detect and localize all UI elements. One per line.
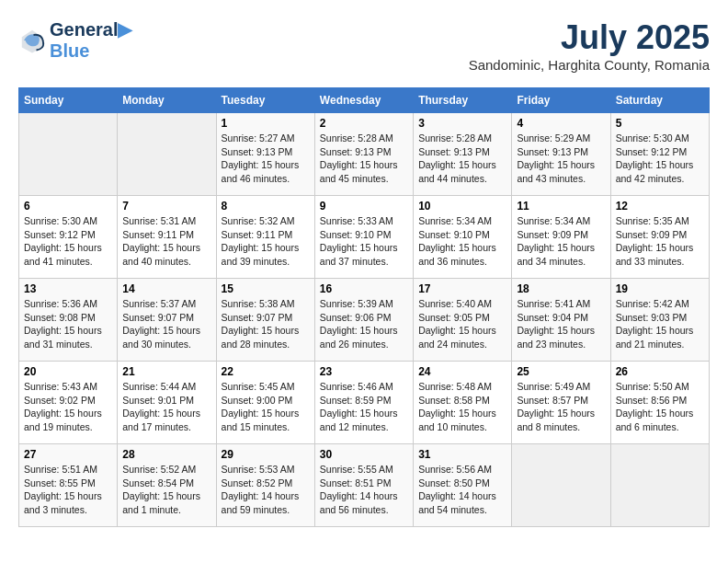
calendar-cell: 26Sunrise: 5:50 AM Sunset: 8:56 PM Dayli… bbox=[610, 362, 709, 444]
calendar-cell: 5Sunrise: 5:30 AM Sunset: 9:12 PM Daylig… bbox=[610, 113, 709, 196]
day-number: 10 bbox=[418, 200, 506, 213]
day-info: Sunrise: 5:34 AM Sunset: 9:10 PM Dayligh… bbox=[418, 214, 506, 269]
header-monday: Monday bbox=[118, 88, 216, 113]
logo-text: General▶ Blue bbox=[50, 18, 131, 62]
subtitle: Sandominic, Harghita County, Romania bbox=[469, 57, 710, 73]
header-sunday: Sunday bbox=[19, 88, 118, 113]
day-info: Sunrise: 5:28 AM Sunset: 9:13 PM Dayligh… bbox=[320, 132, 408, 186]
header-thursday: Thursday bbox=[414, 88, 512, 113]
day-info: Sunrise: 5:53 AM Sunset: 8:52 PM Dayligh… bbox=[222, 463, 310, 517]
day-number: 12 bbox=[616, 200, 704, 213]
day-info: Sunrise: 5:34 AM Sunset: 9:09 PM Dayligh… bbox=[517, 214, 605, 269]
calendar-cell: 16Sunrise: 5:39 AM Sunset: 9:06 PM Dayli… bbox=[314, 279, 413, 362]
calendar-cell: 27Sunrise: 5:51 AM Sunset: 8:55 PM Dayli… bbox=[19, 444, 118, 527]
calendar-cell: 3Sunrise: 5:28 AM Sunset: 9:13 PM Daylig… bbox=[414, 113, 512, 196]
day-info: Sunrise: 5:29 AM Sunset: 9:13 PM Dayligh… bbox=[517, 132, 605, 186]
calendar-cell: 24Sunrise: 5:48 AM Sunset: 8:58 PM Dayli… bbox=[414, 362, 512, 444]
day-number: 2 bbox=[320, 117, 408, 130]
day-number: 8 bbox=[222, 200, 310, 213]
calendar-cell bbox=[610, 444, 709, 527]
header-tuesday: Tuesday bbox=[216, 88, 314, 113]
day-number: 19 bbox=[616, 282, 704, 295]
day-number: 13 bbox=[24, 282, 112, 295]
day-number: 20 bbox=[24, 365, 112, 378]
day-number: 24 bbox=[418, 365, 506, 378]
calendar-cell: 10Sunrise: 5:34 AM Sunset: 9:10 PM Dayli… bbox=[414, 196, 512, 279]
day-info: Sunrise: 5:46 AM Sunset: 8:59 PM Dayligh… bbox=[320, 380, 408, 434]
day-info: Sunrise: 5:43 AM Sunset: 9:02 PM Dayligh… bbox=[24, 380, 112, 434]
calendar-cell: 28Sunrise: 5:52 AM Sunset: 8:54 PM Dayli… bbox=[118, 444, 216, 527]
header-saturday: Saturday bbox=[610, 88, 709, 113]
day-info: Sunrise: 5:31 AM Sunset: 9:11 PM Dayligh… bbox=[122, 214, 210, 269]
day-number: 7 bbox=[122, 200, 210, 213]
calendar-cell bbox=[512, 444, 610, 527]
day-number: 26 bbox=[616, 365, 704, 378]
calendar-cell: 1Sunrise: 5:27 AM Sunset: 9:13 PM Daylig… bbox=[216, 113, 314, 196]
logo-icon bbox=[18, 27, 46, 54]
calendar-cell: 14Sunrise: 5:37 AM Sunset: 9:07 PM Dayli… bbox=[118, 279, 216, 362]
calendar-cell: 11Sunrise: 5:34 AM Sunset: 9:09 PM Dayli… bbox=[512, 196, 610, 279]
calendar-cell: 17Sunrise: 5:40 AM Sunset: 9:05 PM Dayli… bbox=[414, 279, 512, 362]
week-row-1: 1Sunrise: 5:27 AM Sunset: 9:13 PM Daylig… bbox=[19, 113, 710, 196]
day-info: Sunrise: 5:32 AM Sunset: 9:11 PM Dayligh… bbox=[222, 214, 310, 269]
day-info: Sunrise: 5:41 AM Sunset: 9:04 PM Dayligh… bbox=[517, 297, 605, 351]
day-number: 31 bbox=[418, 448, 506, 461]
day-number: 1 bbox=[222, 117, 310, 130]
calendar-cell: 13Sunrise: 5:36 AM Sunset: 9:08 PM Dayli… bbox=[19, 279, 118, 362]
day-info: Sunrise: 5:48 AM Sunset: 8:58 PM Dayligh… bbox=[418, 380, 506, 434]
day-info: Sunrise: 5:35 AM Sunset: 9:09 PM Dayligh… bbox=[616, 214, 704, 269]
logo: General▶ Blue bbox=[18, 18, 131, 62]
day-info: Sunrise: 5:27 AM Sunset: 9:13 PM Dayligh… bbox=[222, 132, 310, 186]
week-row-5: 27Sunrise: 5:51 AM Sunset: 8:55 PM Dayli… bbox=[19, 444, 710, 527]
calendar-cell: 25Sunrise: 5:49 AM Sunset: 8:57 PM Dayli… bbox=[512, 362, 610, 444]
day-number: 27 bbox=[24, 448, 112, 461]
day-info: Sunrise: 5:33 AM Sunset: 9:10 PM Dayligh… bbox=[320, 214, 408, 269]
main-title: July 2025 bbox=[469, 18, 710, 57]
calendar-cell bbox=[118, 113, 216, 196]
calendar-cell: 18Sunrise: 5:41 AM Sunset: 9:04 PM Dayli… bbox=[512, 279, 610, 362]
calendar-cell: 30Sunrise: 5:55 AM Sunset: 8:51 PM Dayli… bbox=[314, 444, 413, 527]
title-block: July 2025 Sandominic, Harghita County, R… bbox=[469, 18, 710, 73]
day-info: Sunrise: 5:30 AM Sunset: 9:12 PM Dayligh… bbox=[24, 214, 112, 269]
calendar-cell: 15Sunrise: 5:38 AM Sunset: 9:07 PM Dayli… bbox=[216, 279, 314, 362]
day-number: 16 bbox=[320, 282, 408, 295]
week-row-4: 20Sunrise: 5:43 AM Sunset: 9:02 PM Dayli… bbox=[19, 362, 710, 444]
day-info: Sunrise: 5:50 AM Sunset: 8:56 PM Dayligh… bbox=[616, 380, 704, 434]
day-number: 9 bbox=[320, 200, 408, 213]
header-wednesday: Wednesday bbox=[314, 88, 413, 113]
calendar-cell: 29Sunrise: 5:53 AM Sunset: 8:52 PM Dayli… bbox=[216, 444, 314, 527]
calendar-cell: 2Sunrise: 5:28 AM Sunset: 9:13 PM Daylig… bbox=[314, 113, 413, 196]
calendar-table: SundayMondayTuesdayWednesdayThursdayFrid… bbox=[18, 87, 710, 527]
day-info: Sunrise: 5:28 AM Sunset: 9:13 PM Dayligh… bbox=[418, 132, 506, 186]
day-info: Sunrise: 5:37 AM Sunset: 9:07 PM Dayligh… bbox=[122, 297, 210, 351]
day-number: 22 bbox=[222, 365, 310, 378]
day-info: Sunrise: 5:49 AM Sunset: 8:57 PM Dayligh… bbox=[517, 380, 605, 434]
day-number: 3 bbox=[418, 117, 506, 130]
calendar-cell: 23Sunrise: 5:46 AM Sunset: 8:59 PM Dayli… bbox=[314, 362, 413, 444]
calendar-cell: 6Sunrise: 5:30 AM Sunset: 9:12 PM Daylig… bbox=[19, 196, 118, 279]
day-info: Sunrise: 5:45 AM Sunset: 9:00 PM Dayligh… bbox=[222, 380, 310, 434]
day-info: Sunrise: 5:39 AM Sunset: 9:06 PM Dayligh… bbox=[320, 297, 408, 351]
day-number: 6 bbox=[24, 200, 112, 213]
calendar-cell: 21Sunrise: 5:44 AM Sunset: 9:01 PM Dayli… bbox=[118, 362, 216, 444]
day-number: 21 bbox=[122, 365, 210, 378]
day-info: Sunrise: 5:30 AM Sunset: 9:12 PM Dayligh… bbox=[616, 132, 704, 186]
header-friday: Friday bbox=[512, 88, 610, 113]
day-number: 29 bbox=[222, 448, 310, 461]
day-info: Sunrise: 5:55 AM Sunset: 8:51 PM Dayligh… bbox=[320, 463, 408, 517]
day-info: Sunrise: 5:56 AM Sunset: 8:50 PM Dayligh… bbox=[418, 463, 506, 517]
week-row-3: 13Sunrise: 5:36 AM Sunset: 9:08 PM Dayli… bbox=[19, 279, 710, 362]
calendar-cell: 12Sunrise: 5:35 AM Sunset: 9:09 PM Dayli… bbox=[610, 196, 709, 279]
calendar-cell: 8Sunrise: 5:32 AM Sunset: 9:11 PM Daylig… bbox=[216, 196, 314, 279]
calendar-header-row: SundayMondayTuesdayWednesdayThursdayFrid… bbox=[19, 88, 710, 113]
calendar-cell: 20Sunrise: 5:43 AM Sunset: 9:02 PM Dayli… bbox=[19, 362, 118, 444]
calendar-cell: 4Sunrise: 5:29 AM Sunset: 9:13 PM Daylig… bbox=[512, 113, 610, 196]
day-info: Sunrise: 5:38 AM Sunset: 9:07 PM Dayligh… bbox=[222, 297, 310, 351]
calendar-cell bbox=[19, 113, 118, 196]
day-number: 23 bbox=[320, 365, 408, 378]
day-number: 14 bbox=[122, 282, 210, 295]
calendar-cell: 19Sunrise: 5:42 AM Sunset: 9:03 PM Dayli… bbox=[610, 279, 709, 362]
week-row-2: 6Sunrise: 5:30 AM Sunset: 9:12 PM Daylig… bbox=[19, 196, 710, 279]
calendar-cell: 31Sunrise: 5:56 AM Sunset: 8:50 PM Dayli… bbox=[414, 444, 512, 527]
day-info: Sunrise: 5:36 AM Sunset: 9:08 PM Dayligh… bbox=[24, 297, 112, 351]
